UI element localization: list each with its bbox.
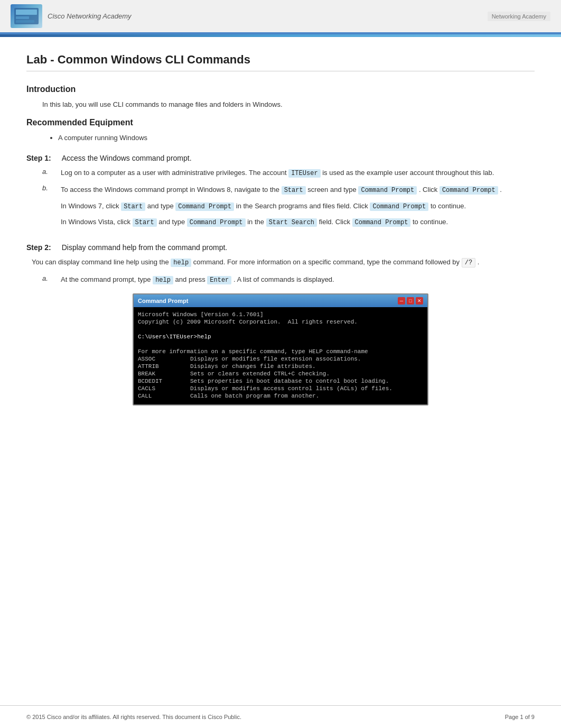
p1-highlight1: Start [282,186,306,195]
introduction-heading: Introduction [26,85,535,94]
header-right-label: Networking Academy [488,12,550,21]
page-header: Cisco Networking Academy Networking Acad… [0,0,561,34]
cmd-line-9: BCDEDIT Sets properties in boot database… [138,378,423,384]
step2a-key: Enter [207,276,231,284]
cmd-controls: ─ □ ✕ [398,297,423,305]
cmd-line-4 [138,341,423,347]
p3-m2: in the [247,218,264,226]
cmd-line-7: ATTRIB Displays or changes file attribut… [138,363,423,370]
equipment-heading: Recommended Equipment [26,118,535,127]
page-title: Lab - Common Windows CLI Commands [26,53,535,71]
cmd-line-8: BREAK Sets or clears extended CTRL+C che… [138,371,423,377]
step2-intro-before: You can display command line help using … [32,258,169,266]
page-footer: © 2015 Cisco and/or its affiliates. All … [0,705,561,728]
step1-label: Step 1: [26,154,51,162]
step2-intro-code: /? [462,258,475,268]
step2-label: Step 2: [26,243,51,252]
step1a-before: Log on to a computer as a user with admi… [61,169,287,177]
p2-m3: field. Click [337,202,368,210]
cmd-minimize-btn[interactable]: ─ [398,297,405,305]
cmd-maximize-btn[interactable]: □ [407,297,414,305]
p3-before: In Windows Vista, click [61,218,130,226]
step2a-label: a. [42,274,53,285]
step2-intro-end: . [478,258,480,266]
cmd-body: Microsoft Windows [Version 6.1.7601] Cop… [134,307,427,404]
p3-m1: and type [158,218,185,226]
p2-before: In Windows 7, click [61,202,119,210]
introduction-text: In this lab, you will use CLI commands t… [42,99,535,110]
step2-intro: You can display command line help using … [32,257,535,268]
p1-after: . Click [419,186,437,193]
step1-sub-b: b. To access the Windows command prompt … [42,184,535,232]
logo-label: Cisco Networking Academy [48,12,131,20]
footer-copyright: © 2015 Cisco and/or its affiliates. All … [26,714,505,720]
cmd-line-3: C:\Users\ITEUser>help [138,334,423,340]
footer-page-info: Page 1 of 9 [505,714,535,720]
main-content: Lab - Common Windows CLI Commands Introd… [0,37,561,456]
cisco-logo [11,4,42,28]
step2-intro-mid: command. For more information on a speci… [193,258,460,266]
p3-h1: Start [133,218,157,227]
cmd-line-0: Microsoft Windows [Version 6.1.7601] [138,311,423,318]
step2-title: Display command help from the command pr… [62,243,228,252]
p1-mid: screen and type [307,186,357,193]
equipment-list: A computer running Windows [58,133,535,144]
p3-h2: Command Prompt [187,218,246,227]
p2-h1: Start [121,202,145,211]
p1-click: Command Prompt [440,186,498,195]
p3-end: to continue. [413,218,448,226]
list-item: A computer running Windows [58,133,535,144]
cmd-line-5: For more information on a specific comma… [138,348,423,355]
svg-rect-3 [16,20,34,23]
p3-m3: field. Click [319,218,350,226]
cmd-line-11: CALL Calls one batch program from anothe… [138,393,423,399]
cmd-line-1: Copyright (c) 2009 Microsoft Corporation… [138,319,423,325]
step1b-para2: In Windows 7, click Start and type Comma… [61,200,535,212]
p2-h2: Command Prompt [175,202,234,211]
cmd-titlebar: Command Prompt ─ □ ✕ [134,294,427,307]
step2a-before: At the command prompt, type [61,275,151,283]
step1a-after: is used as the example user account thro… [322,169,494,177]
step2a-code: help [153,276,173,284]
step2-sub-a: a. At the command prompt, type help and … [42,274,535,285]
p1-end: . [500,186,502,193]
step1-heading: Step 1: Access the Windows command promp… [26,154,535,162]
step1a-label: a. [42,168,53,179]
cmd-title: Command Prompt [138,298,188,304]
p2-end: to continue. [431,202,466,210]
step2a-text: At the command prompt, type help and pre… [61,274,535,285]
p1-before: To access the Windows command prompt in … [61,186,279,193]
step1b-para1: To access the Windows command prompt in … [61,184,535,196]
cmd-close-btn[interactable]: ✕ [416,297,423,305]
svg-rect-1 [16,10,37,15]
logo-area: Cisco Networking Academy [11,4,131,28]
step1a-highlight: ITEUser [288,169,320,178]
step1a-text: Log on to a computer as a user with admi… [61,168,535,179]
step1b-para3: In Windows Vista, click Start and type C… [61,216,535,228]
svg-rect-2 [16,16,29,19]
p3-h3: Start Search [266,218,317,227]
cmd-line-2 [138,326,423,333]
step2a-end: . A list of commands is displayed. [233,275,334,283]
step1-title: Access the Windows command prompt. [62,154,192,162]
p2-m2: in the Search programs and files [236,202,335,210]
step2-heading: Step 2: Display command help from the co… [26,243,535,252]
cmd-line-10: CACLS Displays or modifies access contro… [138,385,423,392]
step2a-mid: and press [175,275,205,283]
p2-h3: Command Prompt [370,202,428,211]
step1b-content: To access the Windows command prompt in … [61,184,535,232]
step1-sub-a: a. Log on to a computer as a user with a… [42,168,535,179]
step2-intro-highlight: help [171,259,191,267]
step1b-label: b. [42,184,53,232]
p2-m1: and type [147,202,174,210]
cmd-line-6: ASSOC Displays or modifies file extensio… [138,356,423,362]
cmd-screenshot: Command Prompt ─ □ ✕ Microsoft Windows [… [133,293,428,406]
p3-h4: Command Prompt [352,218,411,227]
p1-highlight2: Command Prompt [358,186,417,195]
